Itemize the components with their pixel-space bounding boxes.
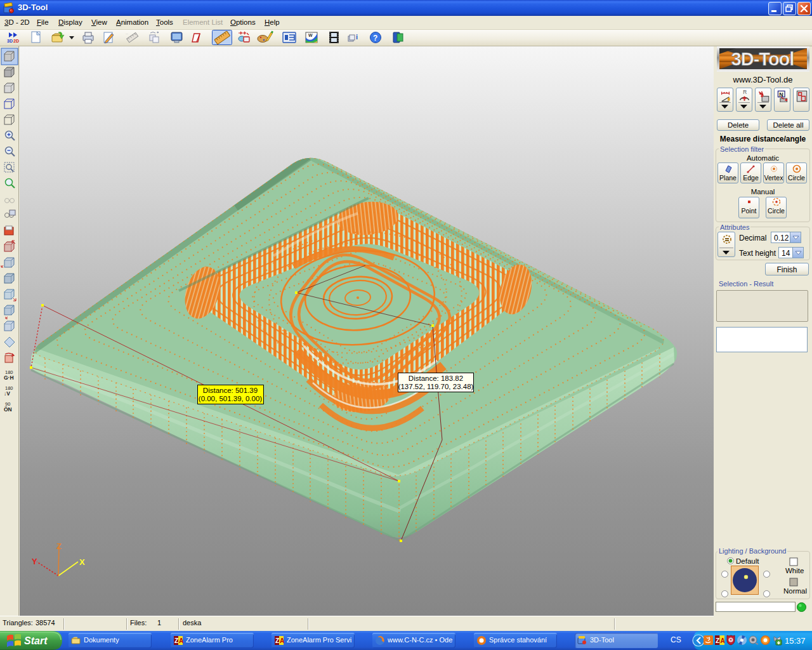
svg-text:↓V: ↓V <box>4 390 10 397</box>
svg-text:Y: Y <box>32 557 37 566</box>
svg-text:ÖN: ÖN <box>4 406 12 413</box>
svg-text:2D: 2D <box>13 39 19 43</box>
svg-text:15:37: 15:37 <box>785 636 806 646</box>
svg-text:A: A <box>280 637 284 644</box>
svg-text:X: X <box>79 557 85 567</box>
svg-text:N: N <box>779 91 783 98</box>
svg-text:(0.00, 501.39, 0.00): (0.00, 501.39, 0.00) <box>199 395 263 402</box>
svg-text:Distance: 183.82: Distance: 183.82 <box>409 375 463 382</box>
svg-text:3D-Tool: 3D-Tool <box>731 49 794 69</box>
svg-text:Z: Z <box>174 637 178 644</box>
svg-text:Start: Start <box>24 635 48 646</box>
svg-text:Z: Z <box>716 637 719 644</box>
svg-text:A: A <box>721 637 725 644</box>
svg-text:··: ·· <box>126 32 128 36</box>
svg-text:W: W <box>308 33 313 37</box>
svg-text:R: R <box>743 90 747 95</box>
svg-text:3D: 3D <box>7 39 13 43</box>
svg-text:i: i <box>356 33 358 41</box>
svg-text:?: ? <box>373 34 377 43</box>
svg-text:Distance: 501.39: Distance: 501.39 <box>203 387 258 394</box>
svg-text:(137.52, 119.70, 23.48): (137.52, 119.70, 23.48) <box>398 383 474 390</box>
svg-text:G·H: G·H <box>4 375 14 381</box>
svg-text:A: A <box>179 637 183 644</box>
svg-text:Z: Z <box>56 541 62 551</box>
svg-text:Z: Z <box>275 637 279 644</box>
